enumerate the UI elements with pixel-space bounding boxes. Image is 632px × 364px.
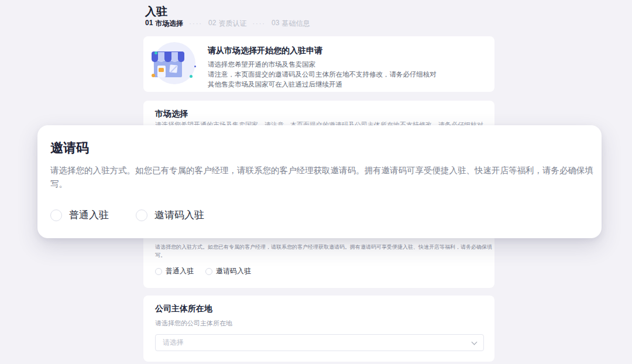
radio-circle-icon[interactable] [136, 210, 147, 221]
radio-circle-icon[interactable] [155, 268, 162, 275]
intro-title: 请从市场选择开始您的入驻申请 [208, 46, 437, 56]
radio-label: 邀请码入驻 [216, 266, 251, 276]
chevron-down-icon [472, 339, 478, 345]
step-number: 01 [145, 19, 153, 29]
step-basic-info[interactable]: 03 基础信息 [272, 19, 310, 29]
radio-circle-icon[interactable] [50, 210, 62, 221]
intro-card: 请从市场选择开始您的入驻申请 请选择您希望开通的市场及售卖国家 请注意，本页面提… [143, 36, 494, 92]
select-placeholder: 请选择 [163, 338, 184, 348]
company-card-title: 公司主体所在地 [155, 304, 212, 314]
popup-radio-normal-entry[interactable]: 普通入驻 [50, 208, 109, 222]
storefront-icon [151, 42, 194, 85]
popup-entry-type-radio-group: 普通入驻 邀请码入驻 [50, 208, 204, 222]
intro-line: 请注意，本页面提交的邀请码及公司主体所在地不支持修改，请务必仔细核对 [208, 70, 437, 80]
step-label: 资质认证 [218, 19, 246, 29]
radio-label: 邀请码入驻 [154, 208, 204, 222]
step-separator: ···· [189, 20, 202, 27]
radio-label: 普通入驻 [166, 266, 194, 276]
decor-dot-teal-icon [190, 75, 193, 78]
decor-dot-orange-icon [152, 74, 155, 77]
intro-line: 请选择您希望开通的市场及售卖国家 [208, 60, 437, 70]
radio-normal-entry[interactable]: 普通入驻 [155, 266, 194, 276]
step-number: 02 [208, 19, 216, 29]
intro-line: 其他售卖市场及国家可在入驻通过后继续开通 [208, 80, 437, 90]
step-number: 03 [272, 19, 279, 29]
page-title: 入驻 [145, 4, 167, 19]
invite-code-popup: 邀请码 请选择您的入驻方式。如您已有专属的客户经理，请联系您的客户经理获取邀请码… [37, 125, 602, 238]
decor-dot-teal-icon [154, 51, 157, 54]
entry-type-radio-group: 普通入驻 邀请码入驻 [155, 266, 251, 276]
step-label: 市场选择 [155, 19, 183, 29]
company-location-select[interactable]: 请选择 [155, 334, 484, 351]
step-label: 基础信息 [281, 19, 310, 29]
step-separator: ···· [252, 20, 266, 27]
radio-label: 普通入驻 [69, 208, 109, 222]
decor-dot-navy-icon [194, 66, 196, 67]
step-qualification[interactable]: 02 资质认证 [208, 19, 246, 29]
popup-title: 邀请码 [50, 139, 89, 157]
radio-invite-code-entry[interactable]: 邀请码入驻 [205, 266, 251, 276]
radio-circle-icon[interactable] [205, 268, 212, 275]
market-card-title: 市场选择 [155, 109, 188, 119]
invite-code-description: 请选择您的入驻方式。如您已有专属的客户经理，请联系您的客户经理获取邀请码。拥有邀… [155, 243, 494, 259]
stepper: 01 市场选择 ···· 02 资质认证 ···· 03 基础信息 [145, 19, 310, 29]
onboarding-page: 入驻 01 市场选择 ···· 02 资质认证 ···· 03 基础信息 [0, 0, 632, 364]
popup-description: 请选择您的入驻方式。如您已有专属的客户经理，请联系您的客户经理获取邀请码。拥有邀… [50, 164, 596, 191]
step-market-selection[interactable]: 01 市场选择 [145, 19, 183, 29]
popup-radio-invite-code-entry[interactable]: 邀请码入驻 [136, 208, 204, 222]
company-location-card: 公司主体所在地 请选择您的公司主体所在地 请选择 [143, 296, 494, 362]
company-card-subtitle: 请选择您的公司主体所在地 [155, 319, 232, 328]
